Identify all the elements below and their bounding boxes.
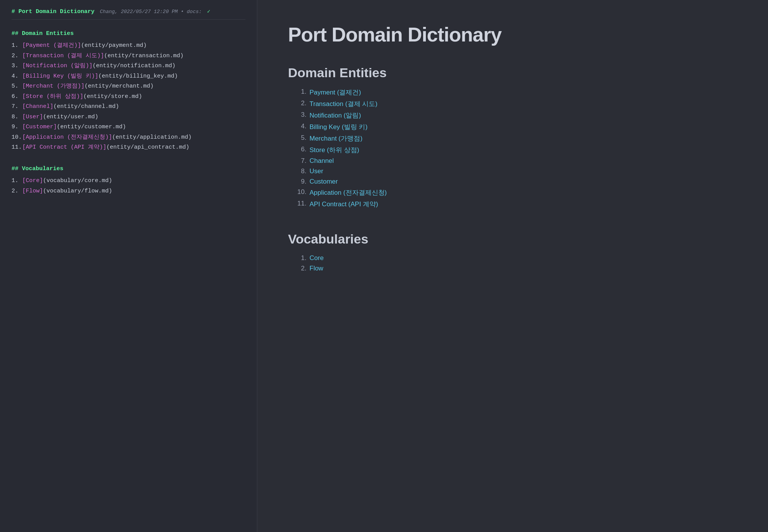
list-item: 8. [User] (entity/user.md) <box>12 112 245 122</box>
preview-domain-list: 1.Payment (결제건) 2.Transaction (결제 시도) 3.… <box>288 88 737 209</box>
list-item: 1. [Payment (결제건)] (entity/payment.md) <box>12 41 245 51</box>
list-item: 5.Merchant (가맹점) <box>296 134 737 143</box>
preview-pane: Port Domain Dictionary Domain Entities 1… <box>257 0 768 532</box>
list-item: 2.Flow <box>296 265 737 272</box>
editor-meta: Chang, 2022/05/27 12:20 PM • docs: <box>100 8 202 16</box>
list-item: 2.Transaction (결제 시도) <box>296 99 737 108</box>
list-item: 1.Core <box>296 254 737 262</box>
list-item: 7. [Channel] (entity/channel.md) <box>12 102 245 112</box>
list-item: 10. [Application (전자결제신청)] (entity/appli… <box>12 133 245 143</box>
list-item: 2. [Transaction (결제 시도)] (entity/transac… <box>12 51 245 61</box>
list-item: 6.Store (하위 상점) <box>296 146 737 154</box>
list-item: 6. [Store (하위 상점)] (entity/store.md) <box>12 92 245 102</box>
list-item: 5. [Merchant (가맹점)] (entity/merchant.md) <box>12 81 245 91</box>
list-item: 3. [Notification (알림)] (entity/notificat… <box>12 61 245 71</box>
list-item: 7.Channel <box>296 157 737 165</box>
list-item: 9.Customer <box>296 178 737 186</box>
preview-vocab-list: 1.Core 2.Flow <box>288 254 737 272</box>
list-item: 11. [API Contract (API 계약)] (entity/api_… <box>12 143 245 152</box>
check-icon: ✓ <box>207 7 210 17</box>
list-item: 1. [Core] (vocabulary/core.md) <box>12 176 245 186</box>
list-item: 11.API Contract (API 계약) <box>296 200 737 209</box>
editor-pane: # Port Domain Dictionary Chang, 2022/05/… <box>0 0 257 532</box>
list-item: 1.Payment (결제건) <box>296 88 737 97</box>
editor-header: # Port Domain Dictionary Chang, 2022/05/… <box>12 7 245 20</box>
list-item: 2. [Flow] (vocabulary/flow.md) <box>12 186 245 196</box>
list-item: 4. [Billing Key (빌링 키)] (entity/billing_… <box>12 71 245 81</box>
editor-domain-heading: ## Domain Entities <box>12 29 245 39</box>
preview-vocab-heading: Vocabularies <box>288 232 737 247</box>
editor-title: # Port Domain Dictionary <box>12 7 94 17</box>
list-item: 10.Application (전자결제신청) <box>296 188 737 197</box>
preview-domain-heading: Domain Entities <box>288 65 737 80</box>
preview-title: Port Domain Dictionary <box>288 23 737 46</box>
list-item: 4.Billing Key (빌링 키) <box>296 123 737 131</box>
editor-vocab-heading: ## Vocabularies <box>12 164 245 174</box>
list-item: 9. [Customer] (entity/customer.md) <box>12 122 245 132</box>
list-item: 3.Notification (알림) <box>296 111 737 120</box>
list-item: 8.User <box>296 167 737 175</box>
